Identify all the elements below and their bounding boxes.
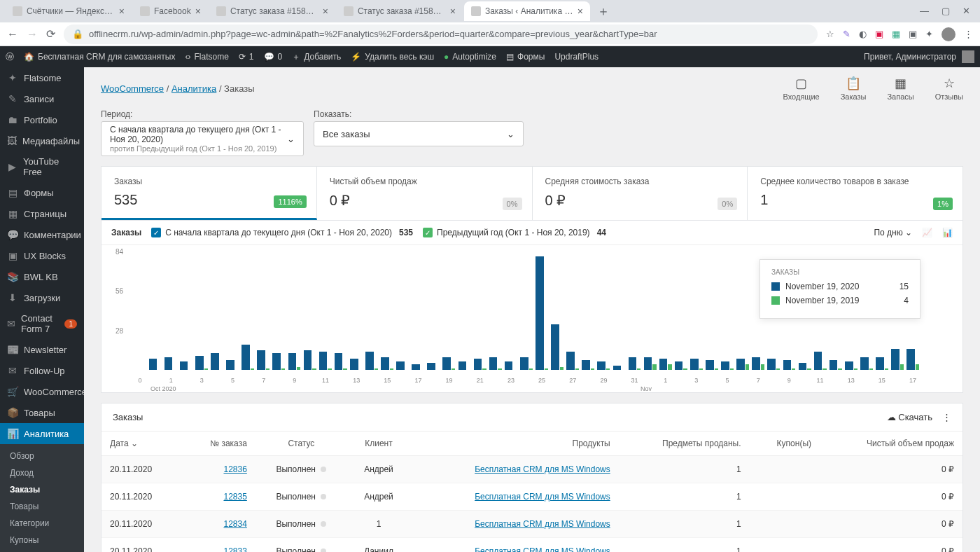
- period-selector[interactable]: С начала квартала до текущего дня (Окт 1…: [101, 121, 304, 156]
- sidebar-submenu-item[interactable]: Доход: [0, 464, 84, 481]
- tab-close-icon[interactable]: ×: [578, 6, 583, 17]
- menu-icon[interactable]: ⋮: [964, 29, 973, 39]
- table-header-cell[interactable]: Статус: [255, 432, 347, 456]
- bar-group[interactable]: [581, 360, 596, 370]
- show-selector[interactable]: Все заказы ⌄: [314, 121, 524, 146]
- ext-icon-2[interactable]: ◐: [859, 29, 867, 39]
- ext-icon-5[interactable]: ▣: [909, 29, 917, 39]
- close-icon[interactable]: ✕: [962, 6, 970, 16]
- product-link[interactable]: Бесплатная CRM для MS Windows: [475, 519, 610, 529]
- line-chart-icon[interactable]: 📈: [922, 228, 932, 237]
- sidebar-item[interactable]: 🖿Portfolio: [0, 109, 84, 130]
- bar-group[interactable]: [612, 366, 626, 370]
- bar-group[interactable]: [844, 361, 858, 370]
- reload-button[interactable]: ⟳: [46, 27, 55, 41]
- product-link[interactable]: Бесплатная CRM для MS Windows: [475, 464, 610, 474]
- back-button[interactable]: ←: [7, 28, 18, 41]
- table-header-cell[interactable]: Чистый объем продаж: [820, 432, 962, 456]
- bar-group[interactable]: [643, 357, 657, 370]
- table-header-cell[interactable]: Купон(ы): [750, 432, 820, 456]
- bar-group[interactable]: [426, 363, 441, 370]
- bar-group[interactable]: [163, 357, 178, 370]
- sidebar-item[interactable]: 🖼Медиафайлы: [0, 130, 84, 151]
- bar-group[interactable]: [859, 357, 874, 370]
- greeting-text[interactable]: Привет, Администратор: [864, 52, 956, 62]
- bar-chart-icon[interactable]: 📊: [942, 228, 953, 237]
- new-tab-button[interactable]: ＋: [592, 3, 615, 20]
- bar-group[interactable]: [209, 353, 224, 370]
- star-icon[interactable]: ☆: [826, 29, 834, 39]
- cache-link[interactable]: ⚡ Удалить весь кэш: [351, 52, 434, 62]
- bar-group[interactable]: [442, 357, 456, 370]
- bar-group[interactable]: [797, 363, 812, 370]
- sidebar-item[interactable]: 💬Комментарии: [0, 224, 84, 245]
- sidebar-submenu-item[interactable]: Товары: [0, 498, 84, 515]
- autoptimize-link[interactable]: ● Autoptimize: [444, 52, 496, 62]
- sidebar-item[interactable]: 📚BWL KB: [0, 266, 84, 287]
- table-menu-icon[interactable]: ⋮: [942, 412, 951, 422]
- legend-series-2[interactable]: ✓ Предыдущий год (Окт 1 - Ноя 20, 2019) …: [423, 228, 606, 237]
- bar-group[interactable]: [519, 357, 533, 370]
- add-new-link[interactable]: ＋ Добавить: [292, 51, 341, 63]
- forms-link[interactable]: ▤ Формы: [506, 52, 545, 62]
- sidebar-item[interactable]: ✦Flatsome: [0, 67, 84, 88]
- bar-group[interactable]: [658, 359, 673, 370]
- updraft-link[interactable]: UpdraftPlus: [554, 52, 598, 62]
- bar-group[interactable]: [627, 357, 642, 370]
- order-link[interactable]: 12835: [223, 492, 246, 502]
- table-header-cell[interactable]: Предметы проданы.: [619, 432, 750, 456]
- sidebar-submenu-item[interactable]: Заказы: [0, 481, 84, 498]
- summary-card[interactable]: Средняя стоимость заказа0 ₽0%: [533, 167, 748, 220]
- avatar-icon[interactable]: [941, 27, 955, 41]
- bar-group[interactable]: [550, 324, 565, 370]
- activity-inbox[interactable]: ▢Входящие: [783, 76, 820, 101]
- minimize-icon[interactable]: —: [920, 6, 929, 16]
- bar-group[interactable]: [148, 359, 162, 370]
- url-input[interactable]: 🔒 offlinecrm.ru/wp-admin/admin.php?page=…: [64, 25, 818, 44]
- bar-group[interactable]: [503, 361, 518, 370]
- comments-link[interactable]: 💬 0: [264, 52, 283, 62]
- sidebar-submenu-item[interactable]: Налоги: [0, 548, 84, 552]
- sidebar-item[interactable]: ⬇Загрузки: [0, 287, 84, 308]
- bar-group[interactable]: [396, 361, 410, 370]
- legend-series-1[interactable]: ✓ С начала квартала до текущего дня (Окт…: [151, 228, 413, 237]
- order-link[interactable]: 12834: [223, 519, 246, 529]
- bar-group[interactable]: [287, 353, 302, 370]
- forward-button[interactable]: →: [27, 28, 38, 41]
- sidebar-submenu-item[interactable]: Купоны: [0, 532, 84, 548]
- flatsome-link[interactable]: ‹› Flatsome: [185, 52, 228, 62]
- tab-close-icon[interactable]: ×: [119, 6, 125, 17]
- bar-group[interactable]: [302, 350, 317, 370]
- bar-group[interactable]: [364, 352, 379, 370]
- activity-reviews[interactable]: ☆Отзывы: [935, 76, 963, 101]
- sidebar-item[interactable]: ✎Записи: [0, 88, 84, 109]
- browser-tab[interactable]: Статус заказа #15874835 - Kwor×: [209, 1, 335, 21]
- sidebar-item[interactable]: ▤Формы: [0, 182, 84, 203]
- summary-card[interactable]: Среднее количество товаров в заказе11%: [748, 167, 962, 220]
- maximize-icon[interactable]: ▢: [941, 6, 950, 16]
- sidebar-item[interactable]: 📊Аналитика: [0, 423, 84, 444]
- browser-tab[interactable]: Заказы ‹ Аналитика ‹ WooComm×: [464, 1, 590, 21]
- breadcrumb-analytics[interactable]: Аналитика: [172, 83, 216, 94]
- bar-group[interactable]: [566, 352, 580, 370]
- breadcrumb-woocommerce[interactable]: WooCommerce: [101, 83, 164, 94]
- summary-card[interactable]: Чистый объем продаж0 ₽0%: [317, 167, 533, 220]
- browser-tab[interactable]: Статус заказа #15896050 - Kwor×: [337, 1, 463, 21]
- bar-group[interactable]: [380, 357, 395, 370]
- sidebar-item[interactable]: ✉Follow-Up: [0, 360, 84, 381]
- bar-group[interactable]: [272, 353, 286, 370]
- table-header-cell[interactable]: Дата ⌄: [102, 432, 182, 456]
- sidebar-item[interactable]: 📦Товары: [0, 402, 84, 423]
- extensions-icon[interactable]: ✦: [925, 29, 933, 39]
- summary-card[interactable]: Заказы5351116%: [102, 167, 317, 220]
- activity-orders[interactable]: 📋Заказы: [841, 76, 867, 101]
- table-header-cell[interactable]: Продукты: [410, 432, 619, 456]
- bar-group[interactable]: [890, 349, 905, 370]
- order-link[interactable]: 12833: [223, 546, 246, 552]
- sidebar-submenu-item[interactable]: Обзор: [0, 448, 84, 464]
- tab-close-icon[interactable]: ×: [323, 6, 328, 17]
- bar-group[interactable]: [596, 361, 611, 370]
- bar-group[interactable]: [813, 352, 827, 370]
- bar-group[interactable]: [194, 356, 209, 370]
- table-header-cell[interactable]: Клиент: [347, 432, 410, 456]
